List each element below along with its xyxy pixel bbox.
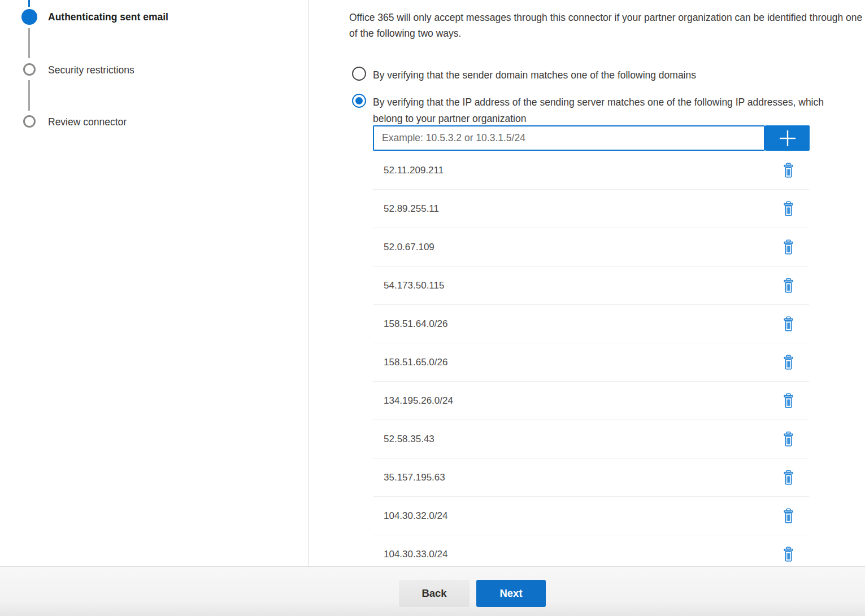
add-ip-button[interactable] — [765, 125, 810, 151]
ip-row: 134.195.26.0/24 — [373, 382, 809, 420]
delete-ip-button[interactable] — [781, 315, 796, 333]
trash-icon — [783, 355, 794, 370]
step-circle-upcoming — [23, 63, 36, 76]
delete-ip-button[interactable] — [781, 430, 796, 448]
ip-address-value: 158.51.65.0/26 — [384, 357, 447, 368]
trash-icon — [783, 393, 794, 409]
delete-ip-button[interactable] — [781, 353, 796, 372]
connector-auth-panel: Office 365 will only accept messages thr… — [349, 0, 865, 566]
ip-row: 52.11.209.211 — [373, 151, 809, 190]
radio-dot — [355, 97, 363, 104]
ip-address-value: 52.11.209.211 — [384, 165, 444, 176]
step-review-connector[interactable]: Review connector — [48, 116, 127, 128]
stepper-connector-completed — [28, 0, 30, 7]
wizard-stepper: Authenticating sent email Security restr… — [0, 0, 308, 566]
delete-ip-button[interactable] — [781, 277, 796, 295]
ip-address-value: 54.173.50.115 — [384, 280, 444, 291]
intro-text: Office 365 will only accept messages thr… — [349, 10, 865, 41]
trash-icon — [783, 508, 794, 524]
step-circle-active — [21, 9, 37, 25]
ip-row: 52.58.35.43 — [373, 420, 809, 458]
trash-icon — [783, 431, 794, 447]
ip-address-value: 158.51.64.0/26 — [384, 318, 447, 330]
sidebar-content-divider — [308, 0, 308, 566]
ip-address-list: 52.11.209.211 52.89.255.11 — [373, 151, 809, 574]
ip-address-value: 134.195.26.0/24 — [384, 395, 453, 407]
ip-address-input[interactable] — [373, 125, 765, 151]
stepper-connector — [28, 80, 30, 111]
delete-ip-button[interactable] — [781, 200, 796, 218]
trash-icon — [783, 163, 794, 178]
ip-address-value: 35.157.195.63 — [384, 472, 445, 483]
back-button[interactable]: Back — [399, 580, 470, 607]
radio-option-label: By verifying that the sender domain matc… — [373, 67, 837, 84]
trash-icon — [783, 470, 794, 486]
trash-icon — [783, 547, 794, 562]
plus-icon — [779, 129, 797, 147]
delete-ip-button[interactable] — [781, 238, 796, 256]
ip-row: 52.0.67.109 — [373, 228, 809, 267]
delete-ip-button[interactable] — [781, 469, 796, 487]
step-security-restrictions[interactable]: Security restrictions — [48, 64, 134, 76]
radio-unselected-icon[interactable] — [352, 67, 366, 81]
ip-address-value: 52.89.255.11 — [384, 203, 439, 215]
ip-row: 158.51.64.0/26 — [373, 305, 809, 343]
radio-selected-icon[interactable] — [352, 94, 366, 108]
delete-ip-button[interactable] — [781, 545, 796, 563]
ip-row: 158.51.65.0/26 — [373, 343, 809, 382]
next-button[interactable]: Next — [476, 580, 546, 607]
step-authenticating-sent-email[interactable]: Authenticating sent email — [48, 11, 168, 23]
ip-address-value: 52.58.35.43 — [384, 434, 434, 445]
trash-icon — [783, 201, 794, 217]
step-circle-upcoming — [23, 115, 36, 128]
delete-ip-button[interactable] — [781, 392, 796, 410]
ip-address-value: 104.30.33.0/24 — [384, 549, 447, 560]
delete-ip-button[interactable] — [781, 507, 796, 525]
radio-option-label: By verifying that the IP address of the … — [373, 94, 837, 127]
ip-row: 52.89.255.11 — [373, 190, 809, 228]
ip-row: 35.157.195.63 — [373, 458, 809, 497]
ip-row: 54.173.50.115 — [373, 267, 809, 305]
stepper-connector — [28, 28, 30, 58]
ip-row: 104.30.32.0/24 — [373, 497, 809, 535]
trash-icon — [783, 278, 794, 294]
ip-address-value: 104.30.32.0/24 — [384, 510, 447, 522]
ip-address-value: 52.0.67.109 — [384, 242, 434, 253]
trash-icon — [783, 239, 794, 255]
wizard-footer: Back Next — [0, 566, 865, 616]
trash-icon — [783, 316, 794, 332]
delete-ip-button[interactable] — [781, 161, 796, 180]
